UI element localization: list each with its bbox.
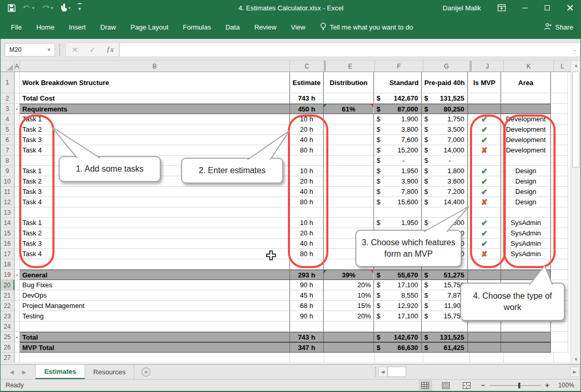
- cell-F9[interactable]: $1,950: [374, 166, 422, 176]
- cell-L20[interactable]: [551, 280, 568, 290]
- tab-formulas[interactable]: Formulas: [177, 20, 217, 34]
- cell-K5[interactable]: Development: [501, 124, 551, 135]
- row-header-25[interactable]: 25: [1, 332, 15, 342]
- cell-A6[interactable]: [15, 135, 20, 145]
- page-break-preview-icon[interactable]: [460, 380, 474, 391]
- minimize-button[interactable]: [513, 0, 536, 16]
- cell-A1[interactable]: [15, 72, 20, 93]
- cell-L9[interactable]: [551, 166, 568, 176]
- cell-J27[interactable]: [470, 353, 504, 363]
- cell-K25[interactable]: [501, 332, 551, 342]
- cell-L24[interactable]: [551, 321, 568, 332]
- cancel-formula-icon[interactable]: ✕: [66, 46, 84, 54]
- cell-F21[interactable]: $8,550: [374, 290, 422, 301]
- cell-G1[interactable]: Pre-paid 40h: [421, 72, 468, 93]
- cell-K11[interactable]: Design: [501, 187, 551, 197]
- cell-C20[interactable]: 90 h: [289, 280, 324, 290]
- cell-J4[interactable]: ✔: [467, 114, 501, 124]
- zoom-slider[interactable]: [489, 385, 541, 386]
- row-header-10[interactable]: 10: [1, 176, 15, 187]
- cell-F10[interactable]: $3,900: [374, 176, 422, 187]
- cell-E22[interactable]: 15%: [323, 301, 374, 311]
- cell-K18[interactable]: [501, 259, 551, 270]
- cell-L25[interactable]: [551, 332, 568, 342]
- row-header-21[interactable]: 21: [1, 290, 15, 301]
- cell-L16[interactable]: [551, 239, 568, 249]
- cell-G3[interactable]: $80,250: [421, 104, 468, 114]
- cell-L18[interactable]: [551, 259, 568, 270]
- touch-mode-icon[interactable]: ▾: [60, 4, 71, 12]
- cell-A14[interactable]: [15, 218, 20, 228]
- row-header-5[interactable]: 5: [1, 124, 15, 135]
- cell-F8[interactable]: $-: [374, 156, 422, 166]
- zoom-level[interactable]: 100%: [557, 382, 574, 389]
- tell-me-box[interactable]: Tell me what you want to do: [320, 22, 413, 32]
- cell-L5[interactable]: [551, 124, 568, 135]
- row-header-17[interactable]: 17: [1, 249, 15, 259]
- scroll-left-icon[interactable]: ◀: [378, 367, 388, 377]
- cell-J17[interactable]: ✘: [467, 249, 501, 259]
- cell-J23[interactable]: [467, 311, 501, 321]
- cell-A23[interactable]: [15, 311, 20, 321]
- cell-F23[interactable]: $17,100: [374, 311, 422, 321]
- cell-K3[interactable]: [501, 104, 551, 114]
- cell-C22[interactable]: 68 h: [289, 301, 324, 311]
- cell-B10[interactable]: Task 2: [20, 176, 290, 187]
- cell-K10[interactable]: Design: [501, 176, 551, 187]
- cell-A25[interactable]: -: [15, 332, 20, 342]
- cell-A7[interactable]: [15, 145, 20, 156]
- maximize-button[interactable]: [536, 0, 559, 16]
- row-header-13[interactable]: 13: [1, 207, 15, 218]
- cell-L12[interactable]: [551, 197, 568, 207]
- cell-A27[interactable]: [15, 353, 20, 363]
- cell-G15[interactable]: $3,600: [421, 228, 468, 239]
- cell-K4[interactable]: Development: [501, 114, 551, 124]
- cell-G13[interactable]: [421, 207, 468, 218]
- cell-A15[interactable]: [15, 228, 20, 239]
- cell-C23[interactable]: 90 h: [289, 311, 324, 321]
- cell-G16[interactable]: $7,200: [421, 239, 468, 249]
- cell-K23[interactable]: [501, 311, 551, 321]
- column-header-K[interactable]: K: [504, 61, 554, 72]
- cell-J12[interactable]: ✘: [467, 197, 501, 207]
- cell-L6[interactable]: [551, 135, 568, 145]
- ribbon-display-options-icon[interactable]: [490, 0, 513, 16]
- cell-B25[interactable]: Total: [20, 332, 290, 342]
- cell-F4[interactable]: $1,900: [374, 114, 422, 124]
- cell-F19[interactable]: $55,670: [374, 270, 422, 280]
- scroll-up-icon[interactable]: ▲: [571, 61, 581, 70]
- cell-A13[interactable]: [15, 207, 20, 218]
- cell-G10[interactable]: $3,600: [421, 176, 468, 187]
- cell-E21[interactable]: 10%: [323, 290, 374, 301]
- cell-G27[interactable]: [423, 353, 470, 363]
- cell-F3[interactable]: $87,000: [374, 104, 422, 114]
- cell-G20[interactable]: $15,750: [421, 280, 468, 290]
- cell-E19[interactable]: 39%: [323, 270, 374, 280]
- cell-B13[interactable]: [20, 207, 290, 218]
- cell-E24[interactable]: [323, 321, 374, 332]
- cell-E8[interactable]: [323, 156, 374, 166]
- cell-A21[interactable]: [15, 290, 20, 301]
- cell-A8[interactable]: [15, 156, 20, 166]
- cell-C8[interactable]: [289, 156, 324, 166]
- cell-A12[interactable]: [15, 197, 20, 207]
- cell-K7[interactable]: Development: [501, 145, 551, 156]
- vertical-scroll-thumb[interactable]: [572, 72, 579, 167]
- cell-C3[interactable]: 450 h: [289, 104, 324, 114]
- close-button[interactable]: [559, 0, 581, 16]
- cell-F11[interactable]: $7,800: [374, 187, 422, 197]
- cell-B4[interactable]: Task 1: [20, 114, 290, 124]
- sheet-nav-right-icon[interactable]: ▶: [22, 369, 26, 375]
- cell-J18[interactable]: [467, 259, 501, 270]
- cell-G17[interactable]: $14,400: [421, 249, 468, 259]
- column-header-E[interactable]: E: [324, 61, 375, 72]
- cell-E16[interactable]: [323, 239, 374, 249]
- cell-J1[interactable]: Is MVP: [467, 72, 501, 93]
- cell-E10[interactable]: [323, 176, 374, 187]
- cell-G24[interactable]: [421, 321, 468, 332]
- cell-B1[interactable]: Work Breakdown Structure: [20, 72, 290, 93]
- cell-C26[interactable]: 347 h: [289, 342, 324, 353]
- row-header-16[interactable]: 16: [1, 239, 15, 249]
- cell-K2[interactable]: [501, 93, 551, 104]
- cell-G21[interactable]: $7,875: [421, 290, 468, 301]
